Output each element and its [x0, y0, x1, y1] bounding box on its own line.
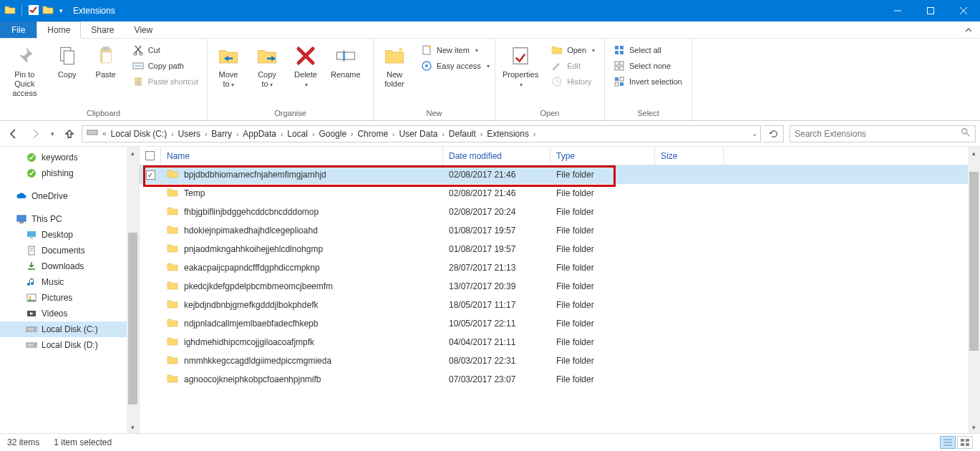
- search-box[interactable]: [790, 125, 976, 142]
- nav-item[interactable]: Downloads: [0, 258, 139, 274]
- file-row[interactable]: Temp02/08/2017 21:46File folder: [140, 184, 980, 203]
- qat-check-icon[interactable]: [28, 4, 39, 18]
- file-row[interactable]: pnjaodmkngahhkoihejjehlcdlnohgmp01/08/20…: [140, 240, 980, 258]
- nav-item[interactable]: Pictures: [0, 290, 139, 306]
- nav-item[interactable]: phishing: [0, 165, 139, 181]
- date-column-header[interactable]: Date modified: [443, 147, 550, 165]
- type-column-header[interactable]: Type: [550, 147, 655, 165]
- chevron-right-icon[interactable]: ›: [532, 130, 537, 138]
- move-to-button[interactable]: Move to▾: [209, 42, 248, 89]
- copy-path-button[interactable]: Copy path: [130, 59, 201, 73]
- row-checkbox[interactable]: ✓: [146, 170, 155, 180]
- breadcrumb-segment[interactable]: Local: [284, 129, 311, 139]
- breadcrumb-segment[interactable]: Local Disk (C:): [108, 129, 170, 139]
- chevron-right-icon[interactable]: ›: [170, 130, 175, 138]
- file-scroll-down-icon[interactable]: ▾: [968, 421, 980, 433]
- chevron-right-icon[interactable]: «: [101, 130, 108, 137]
- properties-button[interactable]: Properties▾: [497, 42, 544, 89]
- copy-button[interactable]: Copy: [48, 42, 87, 79]
- search-input[interactable]: [795, 129, 971, 139]
- collapse-ribbon-icon[interactable]: [957, 21, 980, 38]
- back-button[interactable]: [4, 125, 23, 143]
- nav-item[interactable]: Local Disk (D:): [0, 337, 139, 353]
- nav-item[interactable]: This PC: [0, 211, 139, 227]
- status-selected-count: 1 item selected: [54, 437, 112, 447]
- file-row[interactable]: ✓bpjdbdbhiomamecfnjahemfimgjamhjd02/08/2…: [140, 165, 980, 184]
- paste-shortcut-button[interactable]: Paste shortcut: [130, 74, 201, 89]
- recent-dropdown-icon[interactable]: ▾: [47, 125, 57, 143]
- breadcrumb-segment[interactable]: Barry: [208, 129, 235, 139]
- file-size: [655, 221, 724, 240]
- minimize-button[interactable]: [881, 0, 914, 21]
- edit-button[interactable]: Edit: [548, 59, 598, 73]
- svg-line-36: [966, 133, 969, 136]
- maximize-button[interactable]: [914, 0, 947, 21]
- nav-item[interactable]: OneDrive: [0, 188, 139, 204]
- breadcrumb-segment[interactable]: User Data: [396, 129, 440, 139]
- forward-button[interactable]: [26, 125, 44, 143]
- breadcrumb-segment[interactable]: AppData: [240, 129, 279, 139]
- qat-dropdown-icon[interactable]: ▾: [57, 7, 66, 14]
- address-bar[interactable]: « Local Disk (C:)›Users›Barry›AppData›Lo…: [82, 125, 761, 142]
- up-button[interactable]: [60, 125, 79, 143]
- delete-button[interactable]: Delete▾: [286, 42, 325, 89]
- nav-scroll-up-icon[interactable]: ▴: [127, 147, 139, 159]
- address-dropdown-icon[interactable]: ⌄: [750, 130, 759, 137]
- file-row[interactable]: pkedcjkdefgpdelpbcmbmeomcjbeemfm13/07/20…: [140, 277, 980, 296]
- file-date: 08/03/2017 22:31: [443, 351, 550, 370]
- file-tab[interactable]: File: [0, 21, 37, 38]
- select-all-button[interactable]: Select all: [611, 43, 685, 57]
- breadcrumb-segment[interactable]: Default: [446, 129, 479, 139]
- paste-button[interactable]: Paste: [87, 42, 125, 79]
- breadcrumb-segment[interactable]: Users: [175, 129, 203, 139]
- file-scroll-up-icon[interactable]: ▴: [968, 147, 980, 159]
- size-column-header[interactable]: Size: [655, 147, 724, 165]
- nav-scrollbar[interactable]: ▴ ▾: [127, 147, 139, 433]
- open-button[interactable]: Open▾: [548, 43, 598, 57]
- view-tab[interactable]: View: [124, 21, 162, 38]
- new-item-button[interactable]: New item▾: [418, 43, 493, 57]
- thumbnails-view-button[interactable]: [957, 436, 973, 449]
- nav-scroll-thumb[interactable]: [128, 233, 137, 404]
- nav-item[interactable]: Videos: [0, 306, 139, 321]
- new-folder-button[interactable]: New folder: [375, 42, 414, 89]
- breadcrumb-segment[interactable]: Extensions: [484, 129, 532, 139]
- checkbox-column-header[interactable]: [140, 147, 161, 165]
- rename-button[interactable]: Rename: [325, 42, 367, 79]
- refresh-button[interactable]: [764, 125, 784, 142]
- details-view-button[interactable]: [940, 436, 956, 449]
- qat-folder-icon[interactable]: [42, 4, 54, 18]
- nav-item[interactable]: Local Disk (C:): [0, 321, 139, 337]
- nav-item[interactable]: Desktop: [0, 227, 139, 243]
- file-row[interactable]: kejbdjndbnbjgmefkgdddjlbokphdefk18/05/20…: [140, 296, 980, 314]
- invert-selection-button[interactable]: Invert selection: [611, 74, 685, 89]
- nav-scroll-down-icon[interactable]: ▾: [127, 421, 139, 433]
- chevron-right-icon[interactable]: ›: [440, 130, 445, 138]
- select-none-button[interactable]: Select none: [611, 59, 685, 73]
- file-scrollbar[interactable]: ▴ ▾: [968, 147, 980, 433]
- pin-to-quick-access-button[interactable]: Pin to Quick access: [1, 42, 48, 98]
- cut-button[interactable]: Cut: [130, 43, 201, 57]
- nav-item[interactable]: keywords: [0, 150, 139, 165]
- copy-to-button[interactable]: Copy to▾: [248, 42, 286, 89]
- easy-access-button[interactable]: Easy access▾: [418, 59, 493, 73]
- breadcrumb-segment[interactable]: Google: [316, 129, 349, 139]
- breadcrumb-segment[interactable]: Chrome: [354, 129, 391, 139]
- nav-item[interactable]: Music: [0, 274, 139, 290]
- nav-item[interactable]: Documents: [0, 243, 139, 258]
- file-scroll-thumb[interactable]: [969, 172, 979, 351]
- name-column-header[interactable]: Name: [161, 147, 443, 165]
- file-row[interactable]: eakacpaijcpapndcfffdgphdiccmpknp28/07/20…: [140, 258, 980, 277]
- file-row[interactable]: hdokiejnpimakedhajhdlcegeplioahd01/08/20…: [140, 221, 980, 240]
- home-tab[interactable]: Home: [37, 21, 81, 39]
- file-row[interactable]: fhbjgbiflinjbdggehcddcbncdddomop02/08/20…: [140, 203, 980, 221]
- share-tab[interactable]: Share: [81, 21, 124, 38]
- file-row[interactable]: ndjpnladcallmjemlbaebfadecfhkepb10/05/20…: [140, 314, 980, 333]
- file-row[interactable]: agnoocojkneiphkobpcfoaenhpjnmifb07/03/20…: [140, 370, 980, 389]
- invert-selection-icon: [613, 76, 625, 87]
- close-button[interactable]: [947, 0, 980, 21]
- history-button[interactable]: History: [548, 74, 598, 89]
- navigation-pane[interactable]: keywordsphishingOneDriveThis PCDesktopDo…: [0, 147, 140, 433]
- file-row[interactable]: ighdmehidhipcmcojjgiloacoafjmpfk04/04/20…: [140, 333, 980, 351]
- file-row[interactable]: nmmhkkegccagdldgiimedpiccmgmieda08/03/20…: [140, 351, 980, 370]
